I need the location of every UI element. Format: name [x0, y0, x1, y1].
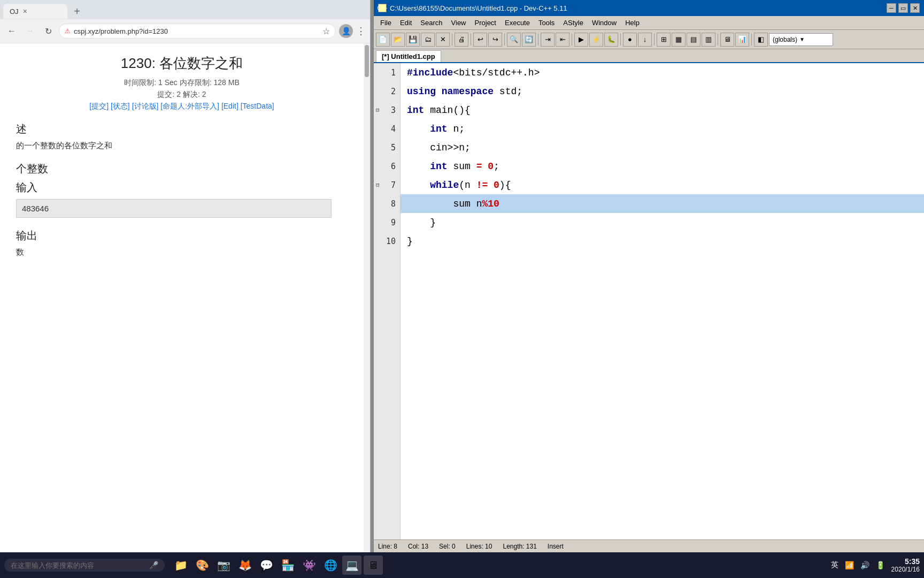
- tb-print[interactable]: 🖨: [455, 33, 468, 47]
- taskbar-lang[interactable]: 英: [829, 558, 841, 572]
- taskbar-icon-fox[interactable]: 🦊: [235, 556, 255, 575]
- tb-indent[interactable]: ⇥: [541, 33, 555, 47]
- tb-grid2[interactable]: ▦: [672, 33, 686, 47]
- menu-view[interactable]: View: [447, 18, 471, 28]
- menu-file[interactable]: File: [376, 18, 396, 28]
- tab-close-button[interactable]: ×: [23, 7, 27, 16]
- code-line-2: using namespace std;: [401, 82, 924, 101]
- reload-button[interactable]: ↻: [41, 24, 56, 39]
- tb-sep2: [471, 34, 471, 45]
- collapse-icon-3[interactable]: ⊟: [376, 107, 380, 113]
- mic-icon[interactable]: 🎤: [149, 561, 158, 569]
- menu-window[interactable]: Window: [588, 18, 621, 28]
- taskbar-right: 英 📶 🔊 🔋 5:35 2020/1/16: [829, 557, 920, 573]
- testdata-link[interactable]: [TestData]: [241, 102, 274, 110]
- tb-grid[interactable]: ⊞: [657, 33, 671, 47]
- tb-sep3: [504, 34, 505, 45]
- taskbar-icon-camera[interactable]: 📷: [214, 556, 233, 575]
- tb-grid4[interactable]: ▥: [702, 33, 715, 47]
- menu-edit[interactable]: Edit: [396, 18, 416, 28]
- ide-editor[interactable]: 1 2 ⊟ 3 4 5 6 ⊟ 7 8 9 10: [374, 63, 924, 539]
- restore-button[interactable]: ▭: [898, 3, 908, 13]
- tb-step[interactable]: ↓: [638, 33, 652, 47]
- code-namespace: namespace: [442, 86, 499, 97]
- taskbar-icon-dev2[interactable]: 🖥: [364, 556, 383, 575]
- taskbar-icon-dev1[interactable]: 💻: [342, 556, 361, 575]
- taskbar-battery-icon[interactable]: 🔋: [874, 559, 887, 572]
- taskbar-time[interactable]: 5:35 2020/1/16: [891, 557, 920, 573]
- more-menu-button[interactable]: ⋮: [356, 25, 366, 37]
- taskbar-icon-chrome[interactable]: 🌐: [321, 556, 340, 575]
- tb-run[interactable]: ⚡: [589, 33, 603, 47]
- discuss-link[interactable]: [讨论版]: [132, 102, 159, 110]
- tb-scope-dropdown[interactable]: (globals) ▼: [769, 33, 833, 46]
- taskbar-volume-icon[interactable]: 🔊: [858, 559, 872, 572]
- tb-debug[interactable]: 🐛: [604, 33, 618, 47]
- status-link[interactable]: [状态]: [111, 102, 130, 110]
- submit-link[interactable]: [提交]: [89, 102, 109, 110]
- minimize-button[interactable]: ─: [887, 3, 896, 13]
- tb-ide1[interactable]: 🖥: [720, 33, 734, 47]
- code-area[interactable]: #include<bits/stdc++.h> using namespace …: [401, 63, 924, 539]
- line-num-8: 8: [374, 194, 400, 213]
- tb-grid3[interactable]: ▤: [687, 33, 700, 47]
- code-sum-n: sum n: [453, 199, 482, 209]
- menu-tools[interactable]: Tools: [534, 18, 559, 28]
- close-button[interactable]: ✕: [910, 3, 920, 13]
- tb-ide3[interactable]: ◧: [754, 33, 768, 47]
- taskbar-icon-store[interactable]: 🏪: [278, 556, 297, 575]
- menu-astyle[interactable]: AStyle: [559, 18, 588, 28]
- browser-pane: OJ × + ← → ↻ ⚠ cspj.xyz/problem.php?id=1…: [0, 0, 371, 552]
- taskbar-search[interactable]: 🎤: [4, 559, 165, 572]
- tb-open[interactable]: 📂: [391, 33, 405, 47]
- taskbar-icon-chat[interactable]: 💬: [257, 556, 276, 575]
- code-line-8[interactable]: sum n%10: [401, 194, 924, 213]
- tb-compile[interactable]: ▶: [574, 33, 588, 47]
- tb-replace[interactable]: 🔄: [522, 33, 536, 47]
- browser-scrollbar[interactable]: [364, 43, 370, 552]
- scroll-thumb[interactable]: [365, 45, 369, 77]
- profile-button[interactable]: 👤: [339, 24, 353, 38]
- taskbar-icon-paint[interactable]: 🎨: [192, 556, 212, 575]
- menu-search[interactable]: Search: [416, 18, 446, 28]
- ide-title-label: C:\Users\86155\Documents\Untitled1.cpp -…: [390, 4, 567, 12]
- ide-titlebar: C++ C:\Users\86155\Documents\Untitled1.c…: [374, 0, 924, 16]
- taskbar-icon-file-manager[interactable]: 📁: [171, 556, 190, 575]
- taskbar-search-input[interactable]: [11, 561, 145, 569]
- section-desc-text: 的一个整数的各位数字之和: [16, 141, 348, 151]
- address-bar[interactable]: ⚠ cspj.xyz/problem.php?id=1230 ☆: [59, 24, 336, 39]
- browser-tab-active[interactable]: OJ ×: [3, 4, 67, 19]
- ide-file-tab[interactable]: [*] Untitled1.cpp: [376, 50, 441, 62]
- menu-help[interactable]: Help: [621, 18, 644, 28]
- taskbar-wifi-icon[interactable]: 📶: [843, 559, 856, 572]
- section-desc-title: 述: [16, 122, 348, 136]
- forward-button[interactable]: →: [22, 24, 37, 39]
- code-indent-9: [407, 217, 430, 228]
- menu-project[interactable]: Project: [471, 18, 500, 28]
- new-tab-button[interactable]: +: [70, 4, 84, 19]
- tb-unindent[interactable]: ⇤: [556, 33, 569, 47]
- back-button[interactable]: ←: [4, 24, 19, 39]
- tb-save[interactable]: 💾: [406, 33, 420, 47]
- ide-pane: C++ C:\Users\86155\Documents\Untitled1.c…: [374, 0, 924, 552]
- tb-ide2[interactable]: 📊: [735, 33, 749, 47]
- code-int-sum: int: [430, 161, 453, 172]
- bookmark-button[interactable]: ☆: [322, 26, 330, 36]
- tb-find[interactable]: 🔍: [507, 33, 521, 47]
- tb-breakpoint[interactable]: ●: [623, 33, 637, 47]
- taskbar-icon-game[interactable]: 👾: [299, 556, 319, 575]
- section-input-label: 个整数: [16, 162, 348, 176]
- menu-execute[interactable]: Execute: [500, 18, 534, 28]
- tb-new[interactable]: 📄: [376, 33, 390, 47]
- tb-undo[interactable]: ↩: [473, 33, 487, 47]
- tb-scope-value: (globals): [773, 36, 797, 43]
- code-std: std;: [499, 86, 522, 97]
- tb-save-all[interactable]: 🗂: [421, 33, 435, 47]
- code-semi6: ;: [494, 161, 499, 172]
- tb-close[interactable]: ✕: [436, 33, 450, 47]
- collapse-icon-7[interactable]: ⊟: [376, 181, 380, 188]
- code-int-main: int: [407, 105, 430, 116]
- tb-redo[interactable]: ↪: [488, 33, 502, 47]
- edit-link[interactable]: [Edit]: [221, 102, 238, 110]
- author-link[interactable]: [命题人:外部导入]: [160, 102, 219, 110]
